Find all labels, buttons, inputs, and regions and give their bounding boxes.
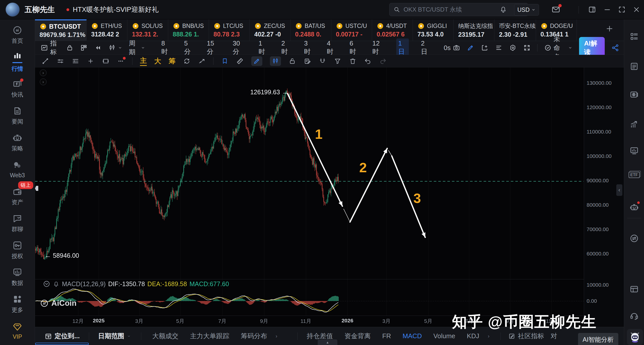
- lock-icon[interactable]: [66, 44, 74, 52]
- timeframe-3时[interactable]: 3时: [302, 38, 315, 57]
- messages-button[interactable]: [551, 5, 560, 14]
- large-view-toggle[interactable]: 大: [154, 57, 161, 66]
- sidebar-item-快讯[interactable]: 快讯: [0, 75, 35, 102]
- trend-analysis-icon[interactable]: [629, 120, 639, 129]
- magnet-tool[interactable]: [319, 57, 326, 65]
- news-article-icon[interactable]: [629, 62, 639, 71]
- draw-pencil-icon[interactable]: [467, 44, 474, 52]
- ohlc-tool[interactable]: [270, 56, 281, 66]
- ticker-USTC/U[interactable]: USTC/U0.00717 -: [331, 19, 372, 41]
- indicator-button[interactable]: 指标: [41, 39, 59, 57]
- promo-banner[interactable]: HTX暖冬护航-SVIP迎新好礼: [73, 5, 159, 14]
- timeframe-8时[interactable]: 8时: [159, 38, 172, 57]
- ticker-GIGGLI[interactable]: GIGGLI73.53 4.0: [413, 19, 454, 41]
- list-icon[interactable]: [495, 44, 503, 52]
- minimize-icon[interactable]: [603, 6, 611, 14]
- screenshot-camera-icon[interactable]: [453, 44, 460, 52]
- note-edit-tool[interactable]: [304, 57, 311, 65]
- expand-group-button[interactable]: ›: [40, 69, 47, 76]
- sidebar-item-VIP[interactable]: VIP: [0, 317, 35, 344]
- ai-assistant-button[interactable]: [627, 329, 643, 345]
- undo-button[interactable]: [364, 57, 372, 65]
- bookmark-tool[interactable]: [221, 57, 229, 65]
- period-select[interactable]: 周期: [129, 39, 145, 57]
- sidebar-item-授权[interactable]: 授权: [0, 237, 35, 264]
- ticker-BAT/US[interactable]: BAT/US0.2488 0.: [291, 19, 331, 41]
- refresh-tool[interactable]: [183, 57, 191, 65]
- ticker-LTC/US[interactable]: LTC/US80.78 2.3: [209, 19, 250, 41]
- trend-line-tool[interactable]: [42, 57, 49, 65]
- ruler-tool[interactable]: [236, 57, 244, 65]
- chart-type-select[interactable]: [108, 44, 122, 52]
- sidebar-item-首页[interactable]: ai首页: [0, 21, 35, 48]
- timeframe-1时[interactable]: 1时: [257, 38, 269, 57]
- bottom-tab-FR[interactable]: FR: [382, 332, 391, 340]
- avatar[interactable]: [6, 3, 20, 17]
- ticker-BNB/US[interactable]: BNB/US888.26 1.: [168, 19, 209, 41]
- sidebar-item-行情[interactable]: 行情: [0, 48, 35, 75]
- settings-icon[interactable]: [509, 44, 517, 52]
- chevron-right-icon[interactable]: ›: [276, 333, 277, 339]
- etf-icon[interactable]: ETF: [628, 173, 639, 177]
- search-box[interactable]: /: [389, 3, 528, 16]
- bottom-tab-主力大单跟踪[interactable]: 主力大单跟踪: [190, 332, 229, 340]
- chart-area[interactable]: [35, 67, 584, 327]
- truncated-tab[interactable]: 对: [551, 332, 557, 340]
- bottom-tab-资金背离[interactable]: 资金背离: [344, 332, 371, 340]
- redo-button[interactable]: [379, 57, 387, 65]
- timeframe-2时[interactable]: 2时: [279, 38, 292, 57]
- sidebar-item-数据[interactable]: 数据: [0, 264, 35, 290]
- layout-grid-icon[interactable]: [80, 44, 88, 52]
- currency-select[interactable]: USD: [514, 4, 539, 16]
- watchlist-icon[interactable]: [629, 32, 639, 41]
- timeframe-5分[interactable]: 5分: [182, 38, 195, 57]
- notifications-bell-icon[interactable]: [499, 6, 507, 13]
- fullscreen-icon[interactable]: [523, 44, 531, 52]
- replay-icon[interactable]: [94, 44, 102, 52]
- community-indicator-tab[interactable]: 社区指标: [508, 332, 544, 340]
- sidebar-item-群聊[interactable]: 群聊: [0, 210, 35, 237]
- timeframe-4时[interactable]: 4时: [325, 38, 337, 57]
- share-icon[interactable]: [611, 44, 619, 52]
- collapse-panel-tab[interactable]: ▲: [318, 339, 337, 345]
- unlock-tool[interactable]: [289, 57, 296, 65]
- sidebar-item-更多[interactable]: 更多: [0, 290, 35, 317]
- sidebar-item-策略[interactable]: 策略: [0, 129, 35, 156]
- bottom-tab-MACD[interactable]: MACD: [403, 332, 422, 340]
- market-monitor-icon[interactable]: [629, 146, 639, 156]
- close-icon[interactable]: [632, 6, 640, 14]
- brush-tool[interactable]: [117, 57, 125, 65]
- bottom-tab-Volume[interactable]: Volume: [434, 332, 455, 340]
- sidebar-item-Web3[interactable]: Web3: [0, 156, 35, 183]
- chips-toggle[interactable]: 筹: [169, 57, 175, 66]
- expand-group-button[interactable]: ›: [40, 78, 47, 85]
- multi-line-tool[interactable]: [72, 57, 79, 65]
- ticker-ETH/US[interactable]: ETH/US3128.42 2: [87, 19, 127, 41]
- bottom-tab-筹码分布[interactable]: 筹码分布: [241, 332, 267, 340]
- filter-tool[interactable]: [334, 57, 341, 65]
- add-ticker-button[interactable]: [605, 24, 614, 33]
- panel-layout-icon[interactable]: [629, 284, 639, 294]
- chevron-right-icon[interactable]: ›: [488, 333, 489, 339]
- ticker-SOL/US[interactable]: SOL/US132.31 2.: [127, 19, 168, 41]
- maximize-icon[interactable]: [618, 6, 626, 14]
- swap-icon[interactable]: [629, 234, 639, 243]
- horizontal-line-tool[interactable]: [57, 57, 64, 65]
- sidebar-item-资产[interactable]: 资产链上: [0, 183, 35, 210]
- candlestick-canvas[interactable]: [35, 67, 584, 327]
- delete-tool[interactable]: [349, 57, 356, 65]
- scroll-handle[interactable]: ‹: [616, 184, 622, 196]
- rectangle-tool[interactable]: [102, 57, 110, 65]
- main-chart-toggle[interactable]: 主: [140, 56, 147, 66]
- support-headset-icon[interactable]: [629, 311, 639, 320]
- timeframe-2日[interactable]: 2日: [419, 38, 432, 57]
- bottom-tab-持仓差值[interactable]: 持仓差值: [307, 332, 333, 340]
- timeframe-30分[interactable]: 30分: [231, 38, 246, 57]
- ticker-4/USDT[interactable]: 4/USDT0.02567 6: [372, 19, 413, 41]
- pen-tool[interactable]: [251, 56, 262, 66]
- bottom-tab-KDJ[interactable]: KDJ: [467, 332, 479, 340]
- timeframe-12时[interactable]: 12时: [370, 38, 386, 57]
- ticker-ZEC/US[interactable]: ZEC/US402.27 -0: [250, 19, 291, 41]
- timeframe-0s[interactable]: 0s: [442, 43, 453, 53]
- strategy-robot-icon[interactable]: [629, 202, 639, 212]
